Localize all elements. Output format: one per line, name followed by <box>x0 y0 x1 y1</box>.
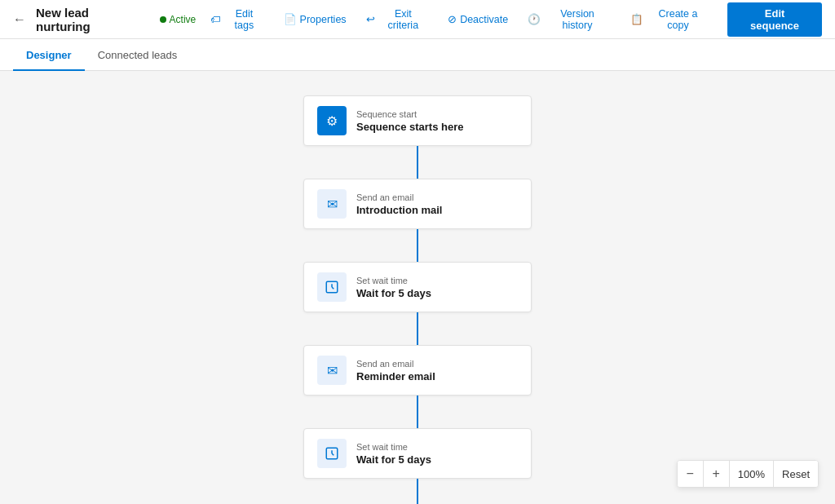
node-wait-1-icon <box>317 272 347 302</box>
sequence-canvas: ⚙ Sequence start Sequence starts here ✉ … <box>0 71 835 504</box>
create-copy-icon: 📋 <box>630 13 643 25</box>
connector-3 <box>417 312 418 345</box>
edit-tags-button[interactable]: 🏷 Edit tags <box>202 5 272 34</box>
node-wait-2[interactable]: Set wait time Wait for 5 days <box>303 428 532 479</box>
connector-4 <box>417 396 418 428</box>
version-history-icon: 🕐 <box>528 13 541 25</box>
connector-5 <box>417 479 418 504</box>
node-email-1-label: Send an email <box>356 192 442 202</box>
svg-line-2 <box>332 287 334 289</box>
connector-1 <box>417 146 418 179</box>
properties-icon: 📄 <box>284 13 297 25</box>
connector-2 <box>417 229 418 262</box>
tab-designer[interactable]: Designer <box>13 39 85 71</box>
node-start[interactable]: ⚙ Sequence start Sequence starts here <box>303 95 532 146</box>
node-email-2[interactable]: ✉ Send an email Reminder email <box>303 345 532 396</box>
exit-criteria-button[interactable]: ↩ Exit criteria <box>358 5 437 34</box>
edit-sequence-button[interactable]: Edit sequence <box>727 2 822 37</box>
sequence-flow: ⚙ Sequence start Sequence starts here ✉ … <box>0 95 835 504</box>
node-email-1-title: Introduction mail <box>356 204 442 216</box>
node-wait-1[interactable]: Set wait time Wait for 5 days <box>303 262 532 312</box>
create-copy-button[interactable]: 📋 Create a copy <box>622 5 718 34</box>
page-title: New lead nurturing <box>36 6 147 33</box>
node-email-2-label: Send an email <box>356 359 435 369</box>
zoom-value: 100% <box>730 461 774 487</box>
zoom-in-icon: + <box>713 466 720 481</box>
properties-button[interactable]: 📄 Properties <box>276 10 355 29</box>
node-wait-2-icon <box>317 439 347 468</box>
zoom-controls: − + 100% Reset <box>677 460 819 488</box>
zoom-in-button[interactable]: + <box>704 461 730 487</box>
node-wait-1-label: Set wait time <box>356 276 431 285</box>
svg-line-5 <box>332 453 334 455</box>
node-wait-2-title: Wait for 5 days <box>356 453 431 466</box>
exit-criteria-icon: ↩ <box>366 13 375 25</box>
header: ← New lead nurturing Active 🏷 Edit tags … <box>0 0 835 39</box>
zoom-out-icon: − <box>687 466 694 481</box>
status-label: Active <box>170 14 197 25</box>
header-actions: 🏷 Edit tags 📄 Properties ↩ Exit criteria… <box>202 2 822 37</box>
node-wait-1-title: Wait for 5 days <box>356 287 431 299</box>
status-badge: Active <box>160 14 197 25</box>
node-email-1-icon: ✉ <box>317 189 347 219</box>
node-email-1[interactable]: ✉ Send an email Introduction mail <box>303 179 532 229</box>
deactivate-icon: ⊘ <box>448 13 457 25</box>
tab-connected-leads[interactable]: Connected leads <box>85 39 191 71</box>
status-dot <box>160 16 166 23</box>
node-email-2-icon: ✉ <box>317 356 347 385</box>
edit-tags-icon: 🏷 <box>210 14 221 25</box>
zoom-out-button[interactable]: − <box>678 461 704 487</box>
zoom-reset-button[interactable]: Reset <box>774 461 818 487</box>
node-start-label: Sequence start <box>356 109 464 119</box>
back-button[interactable]: ← <box>13 12 26 27</box>
node-start-icon: ⚙ <box>317 106 347 135</box>
node-start-title: Sequence starts here <box>356 121 464 133</box>
node-email-2-title: Reminder email <box>356 370 435 382</box>
version-history-button[interactable]: 🕐 Version history <box>519 5 619 34</box>
node-wait-2-label: Set wait time <box>356 442 431 452</box>
tabs-bar: Designer Connected leads <box>0 39 835 71</box>
deactivate-button[interactable]: ⊘ Deactivate <box>440 10 516 29</box>
